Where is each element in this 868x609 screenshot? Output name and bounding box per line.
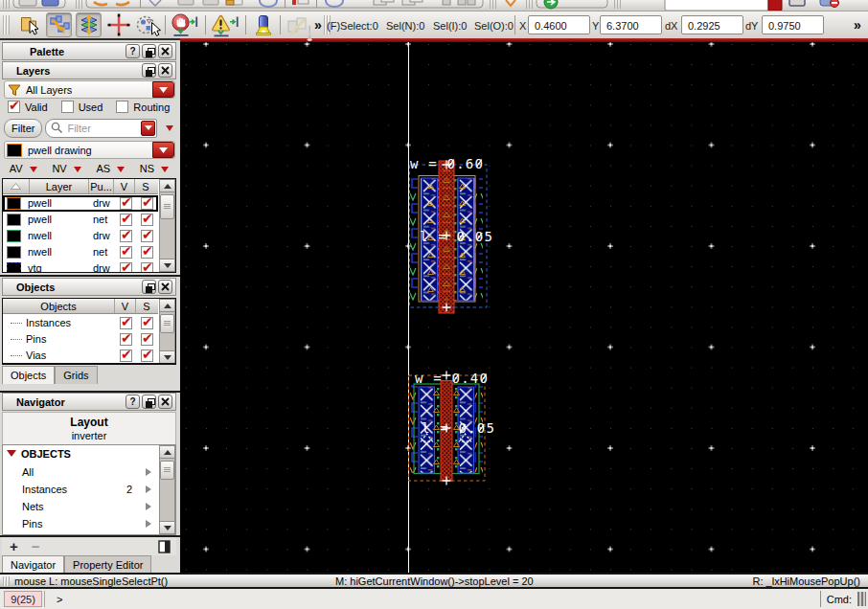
visible-column-header[interactable]: V xyxy=(115,299,136,313)
layer-selectable-checkbox[interactable]: ✔ xyxy=(141,246,153,259)
pmos-instance[interactable]: w = 0.60 l = 0.05 xyxy=(410,156,494,314)
toolbar-grip[interactable] xyxy=(3,15,10,34)
layers-close-button[interactable] xyxy=(158,63,172,78)
objects-selectable-checkbox[interactable]: ✔ xyxy=(141,333,153,346)
scroll-up-button[interactable] xyxy=(160,300,174,312)
filter-search-dropdown[interactable] xyxy=(141,121,155,136)
command-history-count[interactable]: 9(25) xyxy=(4,591,42,607)
nmos-instance[interactable]: w = 0.40 l = 0.05 xyxy=(409,371,496,485)
objects-scrollbar[interactable] xyxy=(159,299,175,364)
visible-column-header[interactable]: V xyxy=(114,179,135,193)
add-button[interactable]: + xyxy=(10,542,18,552)
layout-canvas[interactable]: w = 0.60 l = 0.05 xyxy=(180,42,868,573)
valid-checkbox[interactable]: ✔ xyxy=(8,101,20,113)
routing-checkbox[interactable] xyxy=(116,101,128,113)
objects-row-vias[interactable]: Vias ✔ ✔ xyxy=(3,348,158,364)
cmd-resize-grip[interactable] xyxy=(857,592,866,606)
tab-grids[interactable]: Grids xyxy=(55,366,97,384)
group-collapse-arrow[interactable] xyxy=(7,450,16,457)
area-select-button[interactable] xyxy=(135,12,161,37)
layer-visible-checkbox[interactable]: ✔ xyxy=(120,262,132,273)
objects-visible-checkbox[interactable]: ✔ xyxy=(120,317,132,329)
expand-arrow-icon[interactable] xyxy=(146,485,151,493)
palette-close-button[interactable] xyxy=(158,44,172,58)
expand-arrow-icon[interactable] xyxy=(146,468,151,476)
expand-arrow-icon[interactable] xyxy=(146,520,151,528)
used-checkbox[interactable] xyxy=(61,101,74,113)
objects-visible-checkbox[interactable]: ✔ xyxy=(120,350,132,362)
single-select-button[interactable] xyxy=(16,12,42,37)
navigator-scrollbar[interactable] xyxy=(159,445,175,534)
highlight-column-button[interactable] xyxy=(250,12,276,37)
scroll-down-button[interactable] xyxy=(160,259,174,271)
warning-descend-button[interactable] xyxy=(210,12,241,37)
objects-visible-checkbox[interactable]: ✔ xyxy=(120,333,132,346)
palette-panel-header[interactable]: Palette ? xyxy=(2,42,176,60)
filter-button[interactable]: Filter xyxy=(4,119,42,138)
objects-row-pins[interactable]: Pins ✔ ✔ xyxy=(3,331,158,348)
layer-column-header[interactable]: Layer xyxy=(30,179,89,193)
tab-objects[interactable]: Objects xyxy=(2,366,55,384)
dy-coord-input[interactable] xyxy=(762,15,824,34)
navigator-item-pins[interactable]: Pins xyxy=(3,515,159,532)
selectable-column-header[interactable]: S xyxy=(135,179,156,193)
purpose-column-header[interactable]: Pu... xyxy=(89,179,114,193)
layer-row-pwell-net[interactable]: pwell net ✔ ✔ xyxy=(3,212,158,228)
sort-column-header[interactable] xyxy=(3,179,30,193)
scrollbar-thumb[interactable] xyxy=(160,314,174,333)
y-coord-input[interactable] xyxy=(600,15,662,34)
navigator-panel-header[interactable]: Navigator ? xyxy=(2,393,176,411)
palette-float-button[interactable] xyxy=(142,44,156,58)
crosshair-button[interactable] xyxy=(105,12,131,37)
scroll-up-button[interactable] xyxy=(160,180,174,192)
layer-row-nwell-net[interactable]: nwell net ✔ ✔ xyxy=(3,244,158,260)
layer-selectable-checkbox[interactable]: ✔ xyxy=(141,230,153,242)
layer-selectable-checkbox[interactable]: ✔ xyxy=(141,262,153,273)
filter-expand-arrow[interactable] xyxy=(166,125,173,131)
path-route-button[interactable] xyxy=(46,12,72,37)
objects-selectable-checkbox[interactable]: ✔ xyxy=(141,350,153,362)
dx-coord-input[interactable] xyxy=(681,15,743,34)
layer-visible-checkbox[interactable]: ✔ xyxy=(120,214,132,226)
navigator-item-nets[interactable]: Nets xyxy=(3,498,159,515)
layers-panel-header[interactable]: Layers xyxy=(2,61,176,79)
coords-overflow-button[interactable]: » xyxy=(851,17,863,33)
scrollbar-thumb[interactable] xyxy=(160,461,174,480)
layer-traverse-button[interactable] xyxy=(76,12,102,37)
x-coord-input[interactable] xyxy=(528,15,590,34)
av-toggle[interactable]: AV xyxy=(10,163,37,174)
palette-help-button[interactable]: ? xyxy=(126,44,140,58)
objects-row-instances[interactable]: Instances ✔ ✔ xyxy=(3,315,158,331)
dock-separator[interactable] xyxy=(0,275,180,277)
layer-visible-checkbox[interactable]: ✔ xyxy=(120,246,132,259)
filter-search-box[interactable]: Filter xyxy=(45,119,157,138)
objects-float-button[interactable] xyxy=(142,280,156,294)
navigator-item-all[interactable]: All xyxy=(3,463,159,481)
current-layer-combo[interactable]: pwell drawing xyxy=(4,141,175,159)
scroll-down-button[interactable] xyxy=(160,521,174,533)
tab-navigator[interactable]: Navigator xyxy=(2,555,64,574)
as-toggle[interactable]: AS xyxy=(96,163,125,174)
expand-arrow-icon[interactable] xyxy=(146,503,151,510)
navigator-item-instances[interactable]: Instances 2 xyxy=(3,481,159,498)
navigator-float-button[interactable] xyxy=(142,395,156,409)
layers-scrollbar[interactable] xyxy=(159,179,175,272)
scroll-up-button[interactable] xyxy=(160,446,174,459)
scrollbar-thumb[interactable] xyxy=(160,194,174,219)
layer-selectable-checkbox[interactable]: ✔ xyxy=(141,214,153,226)
objects-close-button[interactable] xyxy=(158,280,172,294)
layer-row-vtg-drw[interactable]: vtg drw ✔ ✔ xyxy=(3,260,158,273)
layer-filter-combo[interactable]: All Layers xyxy=(4,80,175,99)
layer-row-nwell-drw[interactable]: nwell drw ✔ ✔ xyxy=(3,228,158,244)
current-layer-dropdown-button[interactable] xyxy=(152,142,174,158)
objects-panel-header[interactable]: Objects xyxy=(2,278,176,296)
layer-filter-dropdown-button[interactable] xyxy=(152,81,174,98)
navigator-close-button[interactable] xyxy=(158,395,172,409)
tab-property-editor[interactable]: Property Editor xyxy=(64,555,151,574)
layer-visible-checkbox[interactable]: ✔ xyxy=(120,230,132,242)
remove-button[interactable]: − xyxy=(32,542,40,552)
selectable-column-header[interactable]: S xyxy=(136,299,157,313)
objects-selectable-checkbox[interactable]: ✔ xyxy=(141,317,153,329)
columns-icon[interactable] xyxy=(158,540,171,553)
stop-descend-button[interactable] xyxy=(170,12,201,37)
